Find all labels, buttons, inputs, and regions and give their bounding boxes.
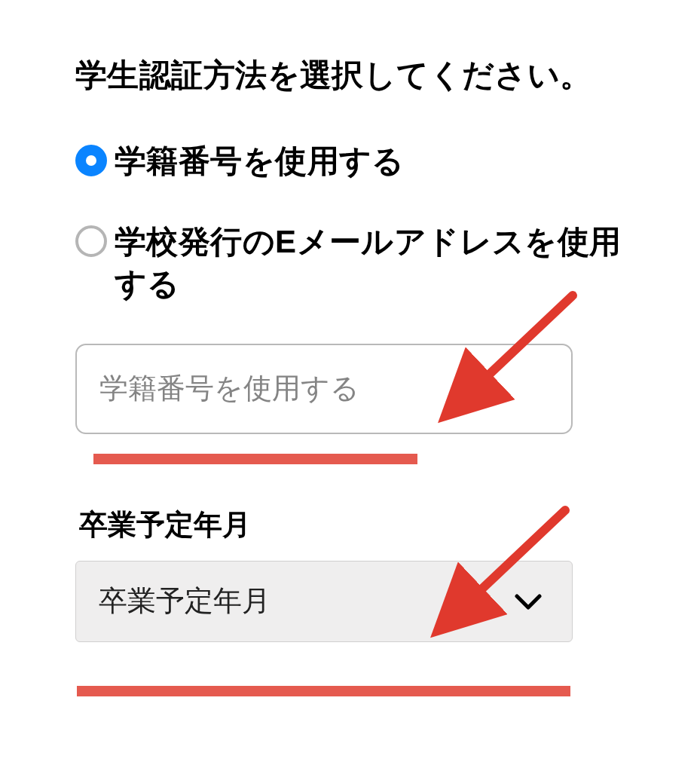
input-placeholder: 学籍番号を使用する xyxy=(99,369,359,408)
graduation-date-select[interactable]: 卒業予定年月 xyxy=(75,561,573,642)
radio-option-student-id[interactable]: 学籍番号を使用する xyxy=(75,140,625,183)
annotation-highlight xyxy=(93,454,417,464)
radio-icon xyxy=(75,225,107,257)
radio-icon xyxy=(75,145,107,176)
annotation-highlight xyxy=(77,686,570,696)
graduation-date-label: 卒業予定年月 xyxy=(79,506,625,544)
radio-label: 学校発行のEメールアドレスを使用する xyxy=(115,221,625,306)
verification-method-prompt: 学生認証方法を選択してください。 xyxy=(75,53,625,99)
chevron-down-icon xyxy=(515,592,542,610)
verification-method-radio-group: 学籍番号を使用する 学校発行のEメールアドレスを使用する xyxy=(75,140,625,306)
student-id-input[interactable]: 学籍番号を使用する xyxy=(75,344,573,434)
select-placeholder: 卒業予定年月 xyxy=(99,582,271,620)
radio-option-school-email[interactable]: 学校発行のEメールアドレスを使用する xyxy=(75,221,625,306)
radio-label: 学籍番号を使用する xyxy=(115,140,405,183)
